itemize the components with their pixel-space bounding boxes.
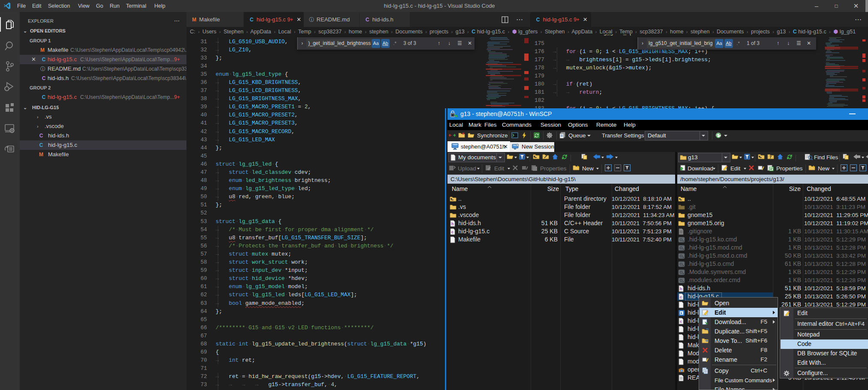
svg-text:7: 7 [769, 155, 772, 159]
svg-text:h: h [680, 287, 682, 291]
svg-text:h: h [451, 222, 454, 226]
svg-text:c: c [680, 295, 682, 299]
svg-text:c: c [680, 319, 682, 324]
svg-text:c: c [451, 230, 454, 234]
